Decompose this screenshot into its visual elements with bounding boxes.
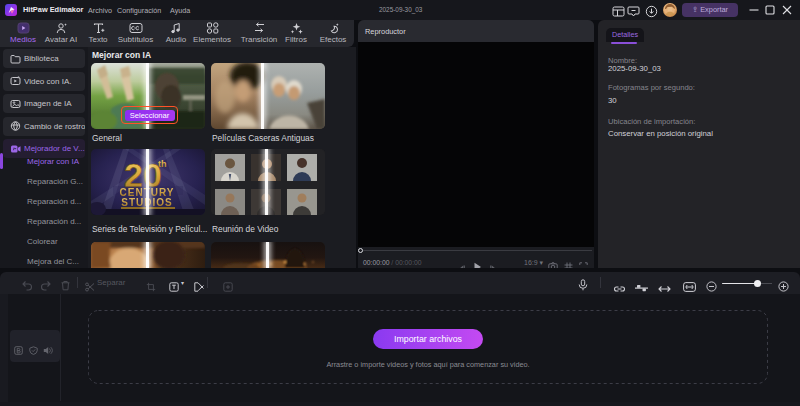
svg-text:th: th bbox=[158, 159, 167, 169]
